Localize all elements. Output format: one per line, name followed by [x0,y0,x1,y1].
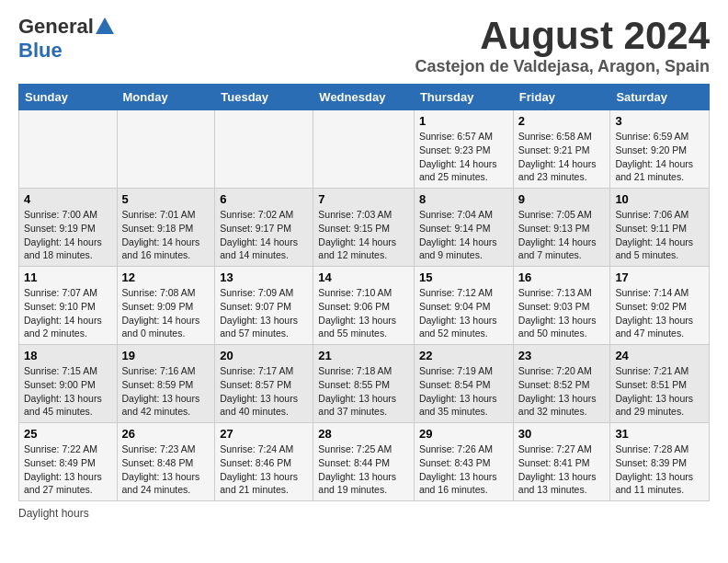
calendar-cell: 11Sunrise: 7:07 AM Sunset: 9:10 PM Dayli… [19,267,118,345]
logo-triangle-icon [96,17,114,34]
day-number: 2 [518,114,606,128]
calendar-cell: 25Sunrise: 7:22 AM Sunset: 8:49 PM Dayli… [19,423,118,501]
calendar-cell: 31Sunrise: 7:28 AM Sunset: 8:39 PM Dayli… [610,423,710,501]
day-number: 30 [518,427,606,441]
calendar-cell: 3Sunrise: 6:59 AM Sunset: 9:20 PM Daylig… [610,110,710,189]
week-row: 1Sunrise: 6:57 AM Sunset: 9:23 PM Daylig… [19,110,710,189]
day-number: 10 [615,192,704,206]
day-detail: Sunrise: 7:01 AM Sunset: 9:18 PM Dayligh… [122,208,210,262]
calendar-cell: 5Sunrise: 7:01 AM Sunset: 9:18 PM Daylig… [117,189,215,267]
day-detail: Sunrise: 7:09 AM Sunset: 9:07 PM Dayligh… [220,286,308,340]
day-detail: Sunrise: 7:15 AM Sunset: 9:00 PM Dayligh… [24,364,112,419]
calendar-cell [313,110,415,189]
calendar-cell: 6Sunrise: 7:02 AM Sunset: 9:17 PM Daylig… [215,189,313,267]
day-number: 29 [419,427,508,441]
day-number: 19 [122,349,210,362]
day-detail: Sunrise: 7:02 AM Sunset: 9:17 PM Dayligh… [220,208,308,262]
header-cell-friday: Friday [513,85,610,110]
day-detail: Sunrise: 7:25 AM Sunset: 8:44 PM Dayligh… [318,442,409,497]
day-number: 16 [518,270,606,284]
day-number: 31 [615,427,704,441]
calendar-cell: 10Sunrise: 7:06 AM Sunset: 9:11 PM Dayli… [610,189,710,267]
day-detail: Sunrise: 6:57 AM Sunset: 9:23 PM Dayligh… [419,130,508,184]
calendar-cell: 28Sunrise: 7:25 AM Sunset: 8:44 PM Dayli… [313,423,415,501]
calendar-cell: 16Sunrise: 7:13 AM Sunset: 9:03 PM Dayli… [513,267,610,345]
header-cell-sunday: Sunday [19,85,118,110]
logo-general-text: General [18,15,94,39]
day-number: 7 [318,192,409,206]
day-number: 17 [615,270,704,284]
day-number: 4 [24,192,112,206]
day-detail: Sunrise: 7:17 AM Sunset: 8:57 PM Dayligh… [220,364,308,419]
day-detail: Sunrise: 7:06 AM Sunset: 9:11 PM Dayligh… [615,208,704,262]
month-title: August 2024 [415,15,710,57]
day-detail: Sunrise: 7:04 AM Sunset: 9:14 PM Dayligh… [419,208,508,262]
calendar-cell: 26Sunrise: 7:23 AM Sunset: 8:48 PM Dayli… [117,423,215,501]
day-number: 3 [615,114,704,128]
calendar-cell: 15Sunrise: 7:12 AM Sunset: 9:04 PM Dayli… [414,267,513,345]
day-number: 18 [24,349,112,362]
calendar-cell: 30Sunrise: 7:27 AM Sunset: 8:41 PM Dayli… [513,423,610,501]
day-detail: Sunrise: 7:08 AM Sunset: 9:09 PM Dayligh… [122,286,210,340]
day-detail: Sunrise: 7:18 AM Sunset: 8:55 PM Dayligh… [318,364,409,419]
day-number: 26 [122,427,210,441]
day-detail: Sunrise: 7:24 AM Sunset: 8:46 PM Dayligh… [220,442,308,497]
calendar-cell: 24Sunrise: 7:21 AM Sunset: 8:51 PM Dayli… [610,345,710,423]
day-number: 6 [220,192,308,206]
day-detail: Sunrise: 7:12 AM Sunset: 9:04 PM Dayligh… [419,286,508,340]
day-detail: Sunrise: 7:03 AM Sunset: 9:15 PM Dayligh… [318,208,409,262]
header-cell-tuesday: Tuesday [215,85,313,110]
day-detail: Sunrise: 7:14 AM Sunset: 9:02 PM Dayligh… [615,286,704,340]
day-number: 14 [318,270,409,284]
header-cell-wednesday: Wednesday [313,85,415,110]
calendar-cell: 4Sunrise: 7:00 AM Sunset: 9:19 PM Daylig… [19,189,118,267]
day-detail: Sunrise: 7:05 AM Sunset: 9:13 PM Dayligh… [518,208,606,262]
day-number: 22 [419,349,508,362]
calendar-cell: 17Sunrise: 7:14 AM Sunset: 9:02 PM Dayli… [610,267,710,345]
calendar-cell: 19Sunrise: 7:16 AM Sunset: 8:59 PM Dayli… [117,345,215,423]
day-number: 28 [318,427,409,441]
calendar-cell: 8Sunrise: 7:04 AM Sunset: 9:14 PM Daylig… [414,189,513,267]
calendar-header: SundayMondayTuesdayWednesdayThursdayFrid… [19,85,710,110]
calendar-cell: 27Sunrise: 7:24 AM Sunset: 8:46 PM Dayli… [215,423,313,501]
day-number: 8 [419,192,508,206]
day-detail: Sunrise: 7:07 AM Sunset: 9:10 PM Dayligh… [24,286,112,340]
calendar-cell [19,110,118,189]
calendar-cell: 2Sunrise: 6:58 AM Sunset: 9:21 PM Daylig… [513,110,610,189]
day-detail: Sunrise: 7:13 AM Sunset: 9:03 PM Dayligh… [518,286,606,340]
day-number: 21 [318,349,409,362]
logo-blue-text: Blue [18,39,63,63]
calendar-cell: 20Sunrise: 7:17 AM Sunset: 8:57 PM Dayli… [215,345,313,423]
header-cell-thursday: Thursday [414,85,513,110]
day-detail: Sunrise: 7:20 AM Sunset: 8:52 PM Dayligh… [518,364,606,419]
day-number: 15 [419,270,508,284]
calendar-cell: 13Sunrise: 7:09 AM Sunset: 9:07 PM Dayli… [215,267,313,345]
header-row: SundayMondayTuesdayWednesdayThursdayFrid… [19,85,710,110]
day-number: 20 [220,349,308,362]
location-title: Castejon de Valdejasa, Aragon, Spain [415,57,710,76]
calendar-cell [215,110,313,189]
day-detail: Sunrise: 7:16 AM Sunset: 8:59 PM Dayligh… [122,364,210,419]
calendar-cell: 21Sunrise: 7:18 AM Sunset: 8:55 PM Dayli… [313,345,415,423]
day-number: 27 [220,427,308,441]
title-block: August 2024 Castejon de Valdejasa, Arago… [415,15,710,76]
day-number: 1 [419,114,508,128]
week-row: 4Sunrise: 7:00 AM Sunset: 9:19 PM Daylig… [19,189,710,267]
calendar-cell: 9Sunrise: 7:05 AM Sunset: 9:13 PM Daylig… [513,189,610,267]
day-number: 24 [615,349,704,362]
day-detail: Sunrise: 7:22 AM Sunset: 8:49 PM Dayligh… [24,442,112,497]
day-number: 25 [24,427,112,441]
day-number: 9 [518,192,606,206]
calendar-cell: 1Sunrise: 6:57 AM Sunset: 9:23 PM Daylig… [414,110,513,189]
calendar-cell: 29Sunrise: 7:26 AM Sunset: 8:43 PM Dayli… [414,423,513,501]
day-detail: Sunrise: 7:00 AM Sunset: 9:19 PM Dayligh… [24,208,112,262]
week-row: 25Sunrise: 7:22 AM Sunset: 8:49 PM Dayli… [19,423,710,501]
calendar-table: SundayMondayTuesdayWednesdayThursdayFrid… [18,84,710,501]
day-detail: Sunrise: 7:26 AM Sunset: 8:43 PM Dayligh… [419,442,508,497]
calendar-cell: 12Sunrise: 7:08 AM Sunset: 9:09 PM Dayli… [117,267,215,345]
day-number: 5 [122,192,210,206]
day-detail: Sunrise: 7:10 AM Sunset: 9:06 PM Dayligh… [318,286,409,340]
day-detail: Sunrise: 6:58 AM Sunset: 9:21 PM Dayligh… [518,130,606,184]
calendar-cell: 18Sunrise: 7:15 AM Sunset: 9:00 PM Dayli… [19,345,118,423]
day-detail: Sunrise: 7:21 AM Sunset: 8:51 PM Dayligh… [615,364,704,419]
